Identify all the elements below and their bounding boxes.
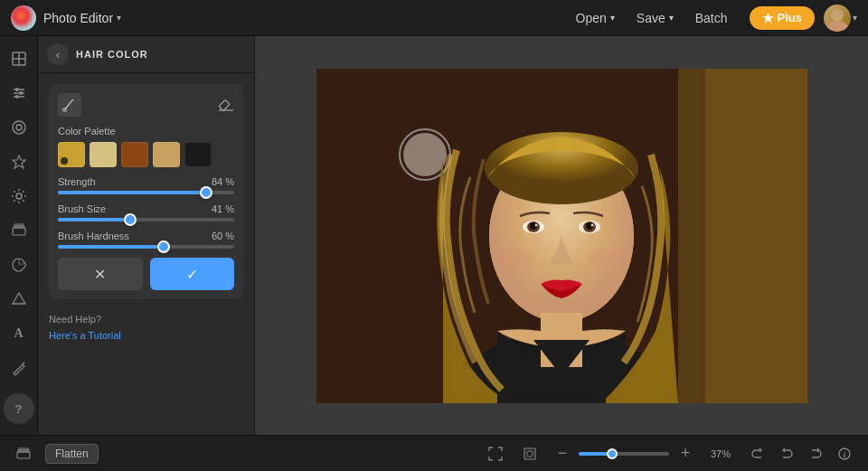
main-area: A ? ‹ HAIR COLOR Color <box>0 36 868 435</box>
help-info-button[interactable]: i <box>832 441 857 466</box>
star-icon: ★ <box>762 11 774 25</box>
help-label: Need Help? <box>49 314 243 325</box>
layers-bottom-icon[interactable] <box>11 441 36 466</box>
hair-color-tool-card: Color Palette Strength <box>49 84 243 299</box>
action-buttons: ✕ ✓ <box>58 258 234 290</box>
svg-point-10 <box>15 95 19 99</box>
color-swatch-3[interactable] <box>153 142 180 167</box>
color-palette-section: Color Palette <box>58 126 234 167</box>
app-name-chevron[interactable]: ▾ <box>117 13 121 23</box>
save-button[interactable]: Save ▾ <box>626 7 684 29</box>
svg-point-12 <box>16 125 22 130</box>
sidebar-item-text[interactable]: A <box>4 318 34 349</box>
sidebar-item-layers[interactable] <box>4 215 34 246</box>
canvas-area <box>255 36 868 435</box>
zoom-out-button[interactable]: − <box>552 443 573 465</box>
tool-card-header <box>58 93 234 117</box>
zoom-in-button[interactable]: + <box>675 443 696 465</box>
svg-rect-26 <box>705 69 807 403</box>
svg-marker-13 <box>13 155 25 168</box>
strength-value: 84 % <box>212 176 234 187</box>
brush-size-value: 41 % <box>212 203 234 214</box>
color-swatch-0[interactable] <box>58 142 85 167</box>
svg-point-8 <box>15 88 19 91</box>
open-button[interactable]: Open ▾ <box>565 7 626 29</box>
zoom-value: 37% <box>702 448 731 459</box>
brush-size-label: Brush Size <box>58 203 106 214</box>
panel-title: HAIR COLOR <box>76 49 148 60</box>
strength-slider-row: Strength 84 % <box>58 176 234 194</box>
svg-point-45 <box>534 223 537 226</box>
svg-rect-50 <box>17 452 30 458</box>
forward-button[interactable] <box>803 441 828 466</box>
eraser-button[interactable] <box>218 95 234 115</box>
svg-point-9 <box>19 91 23 95</box>
sidebar-item-effects[interactable] <box>4 112 34 143</box>
open-chevron-icon: ▾ <box>610 13 615 23</box>
app-logo <box>11 5 36 31</box>
sidebar-item-settings[interactable] <box>4 181 34 212</box>
flatten-button[interactable]: Flatten <box>45 444 99 464</box>
brush-hardness-slider-row: Brush Hardness 60 % <box>58 231 234 249</box>
panel-header: ‹ HAIR COLOR <box>38 36 254 73</box>
svg-rect-15 <box>13 228 25 235</box>
cancel-button[interactable]: ✕ <box>58 258 143 290</box>
redo-button[interactable] <box>745 441 770 466</box>
svg-marker-18 <box>13 293 25 304</box>
svg-point-0 <box>831 9 844 22</box>
svg-line-19 <box>23 363 24 364</box>
svg-text:i: i <box>844 450 846 459</box>
strength-slider[interactable] <box>58 191 234 194</box>
sidebar-item-favorites[interactable] <box>4 146 34 177</box>
strength-label: Strength <box>58 176 96 187</box>
svg-point-14 <box>16 193 22 199</box>
sidebar-item-draw[interactable] <box>4 353 34 383</box>
zoom-slider[interactable] <box>579 452 669 456</box>
left-sidebar: A ? <box>0 36 38 435</box>
sidebar-item-crop[interactable] <box>4 43 34 74</box>
panel: ‹ HAIR COLOR Color Palette <box>38 36 255 435</box>
panel-content: Color Palette Strength <box>38 73 254 310</box>
zoom-controls: − + 37% <box>552 443 731 465</box>
svg-point-48 <box>590 248 626 269</box>
help-button[interactable]: ? <box>4 393 34 424</box>
tutorial-link[interactable]: Here's a Tutorial <box>49 330 121 341</box>
bottom-right-icons: i <box>745 441 857 466</box>
sidebar-item-stickers[interactable] <box>4 250 34 280</box>
svg-rect-53 <box>524 448 535 459</box>
photo-container <box>316 69 807 403</box>
brush-hardness-slider[interactable] <box>58 245 234 249</box>
svg-rect-17 <box>14 224 24 226</box>
brush-tool-icon[interactable] <box>58 93 81 117</box>
svg-rect-21 <box>219 99 230 110</box>
svg-point-46 <box>590 223 593 226</box>
svg-point-47 <box>497 248 533 269</box>
color-swatch-2[interactable] <box>121 142 148 167</box>
bottom-bar: Flatten − + 37% i <box>0 435 868 471</box>
color-palette-label: Color Palette <box>58 126 234 137</box>
svg-point-28 <box>403 133 447 176</box>
save-chevron-icon: ▾ <box>669 13 674 23</box>
sidebar-item-adjust[interactable] <box>4 78 34 108</box>
undo-button[interactable] <box>774 441 799 466</box>
brush-hardness-label: Brush Hardness <box>58 231 129 241</box>
svg-point-1 <box>826 21 848 32</box>
color-swatch-1[interactable] <box>90 142 117 167</box>
avatar-chevron-icon[interactable]: ▾ <box>853 13 857 23</box>
batch-button[interactable]: Batch <box>684 7 739 29</box>
brush-size-slider-row: Brush Size 41 % <box>58 203 234 221</box>
fit-screen-icon[interactable] <box>517 441 542 466</box>
fullscreen-icon[interactable] <box>483 441 508 466</box>
photo-display <box>316 69 807 403</box>
brush-size-slider[interactable] <box>58 218 234 221</box>
confirm-button[interactable]: ✓ <box>150 258 235 290</box>
plus-button[interactable]: ★ Plus <box>750 6 815 30</box>
color-swatch-4[interactable] <box>184 142 212 167</box>
avatar[interactable] <box>824 5 851 32</box>
panel-back-button[interactable]: ‹ <box>47 43 69 65</box>
color-swatches <box>58 142 234 167</box>
app-name: Photo Editor <box>43 11 113 25</box>
sidebar-item-shapes[interactable] <box>4 284 34 315</box>
zoom-slider-thumb <box>607 448 618 459</box>
svg-rect-52 <box>19 448 28 450</box>
